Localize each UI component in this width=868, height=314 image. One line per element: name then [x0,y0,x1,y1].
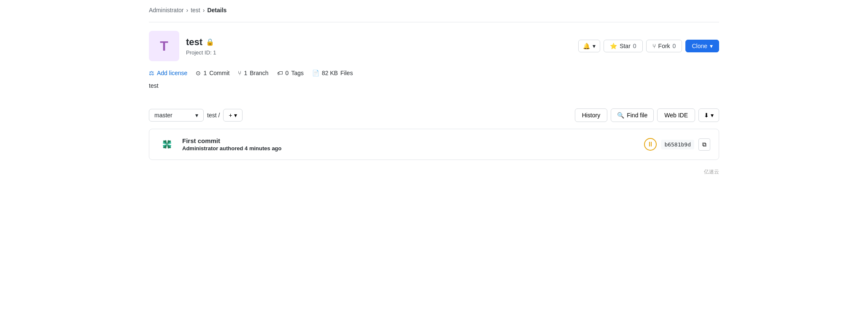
files-link[interactable]: 📄 82 KB Files [312,70,353,76]
commit-icon: ⊙ [196,70,201,76]
branch-selector[interactable]: master ▾ [149,109,204,122]
path-sep: / [218,112,220,119]
commit-avatar [158,135,176,154]
bell-dropdown-icon: ▾ [593,43,596,49]
repo-actions: 🔔 ▾ ⭐ Star 0 ⑂ Fork 0 Clone ▾ [578,40,719,52]
breadcrumb-current: Details [207,7,226,14]
fork-button[interactable]: ⑂ Fork 0 [646,40,682,52]
star-button[interactable]: ⭐ Star 0 [604,40,642,52]
star-count: 0 [633,43,636,49]
web-ide-button[interactable]: Web IDE [657,108,695,122]
tag-icon: 🏷 [277,70,283,76]
tag-count: 0 [286,70,289,76]
branch-dropdown-icon: ▾ [195,112,198,119]
star-icon: ⭐ [610,43,617,49]
license-icon: ⚖ [149,70,154,76]
branches-link[interactable]: ⑂ 1 Branch [238,70,268,76]
fork-count: 0 [673,43,676,49]
download-dropdown-icon: ▾ [711,112,714,119]
pipeline-status[interactable]: ⏸ [644,138,657,151]
fork-icon: ⑂ [652,43,656,49]
branch-icon: ⑂ [238,70,241,76]
download-icon: ⬇ [704,112,709,119]
commit-label: Commit [209,70,229,76]
repo-header-left: T test 🔒 Project ID: 1 [149,31,216,61]
branding-text: 亿迷云 [704,168,719,176]
commits-link[interactable]: ⊙ 1 Commit [196,70,229,76]
bell-icon: 🔔 [583,43,590,49]
branch-name: master [154,112,173,119]
clone-dropdown-icon: ▾ [710,43,713,49]
clone-button[interactable]: Clone ▾ [685,40,719,52]
search-icon: 🔍 [617,112,624,119]
breadcrumb-test[interactable]: test [191,7,200,14]
add-license-link[interactable]: ⚖ Add license [149,70,187,76]
commit-row: First commit Administrator authored 4 mi… [149,129,719,160]
repo-avatar: T [149,31,179,61]
commit-right: ⏸ b6581b9d ⧉ [644,138,710,151]
fork-label: Fork [658,43,670,49]
copy-hash-button[interactable]: ⧉ [698,138,710,151]
commit-hash[interactable]: b6581b9d [661,140,694,149]
copy-icon: ⧉ [702,141,706,148]
file-toolbar: master ▾ test / + ▾ History 🔍 Find file … [149,108,719,122]
repo-description: test [149,82,719,89]
repo-header: T test 🔒 Project ID: 1 🔔 ▾ ⭐ Star 0 [149,31,719,61]
branch-label: Branch [250,70,268,76]
file-toolbar-left: master ▾ test / + ▾ [149,109,243,122]
files-label: Files [340,70,353,76]
pause-icon: ⏸ [647,141,654,148]
add-file-button[interactable]: + ▾ [223,109,242,122]
lock-icon: 🔒 [206,38,214,46]
file-toolbar-right: History 🔍 Find file Web IDE ⬇ ▾ [575,108,719,122]
commit-title[interactable]: First commit [182,137,638,144]
commit-author[interactable]: Administrator [182,145,218,152]
footer-branding: 亿迷云 [149,168,719,176]
repo-info: test 🔒 Project ID: 1 [186,37,216,56]
path-nav: test / [207,112,220,119]
find-file-button[interactable]: 🔍 Find file [611,108,654,122]
branch-count: 1 [244,70,247,76]
tag-label: Tags [291,70,304,76]
project-id: Project ID: 1 [186,49,216,56]
clone-label: Clone [692,43,707,49]
path-root[interactable]: test [207,112,217,119]
commit-meta: Administrator authored 4 minutes ago [182,145,638,152]
header-divider [149,22,719,22]
add-dropdown-icon: ▾ [234,112,237,119]
breadcrumb-admin[interactable]: Administrator [149,7,183,14]
breadcrumb: Administrator › test › Details [149,7,719,14]
repo-title: test 🔒 [186,37,216,48]
commit-info: First commit Administrator authored 4 mi… [182,137,638,152]
commit-count: 1 [203,70,207,76]
files-icon: 📄 [312,70,319,76]
plus-icon: + [229,112,232,119]
add-license-label: Add license [157,70,187,76]
tags-link[interactable]: 🏷 0 Tags [277,70,304,76]
language-bar [149,97,719,100]
download-button[interactable]: ⬇ ▾ [698,108,719,122]
star-label: Star [620,43,631,49]
files-size: 82 KB [322,70,338,76]
history-button[interactable]: History [575,108,608,122]
notifications-button[interactable]: 🔔 ▾ [578,40,600,52]
repo-stats: ⚖ Add license ⊙ 1 Commit ⑂ 1 Branch 🏷 0 … [149,70,719,76]
find-file-label: Find file [627,112,647,119]
